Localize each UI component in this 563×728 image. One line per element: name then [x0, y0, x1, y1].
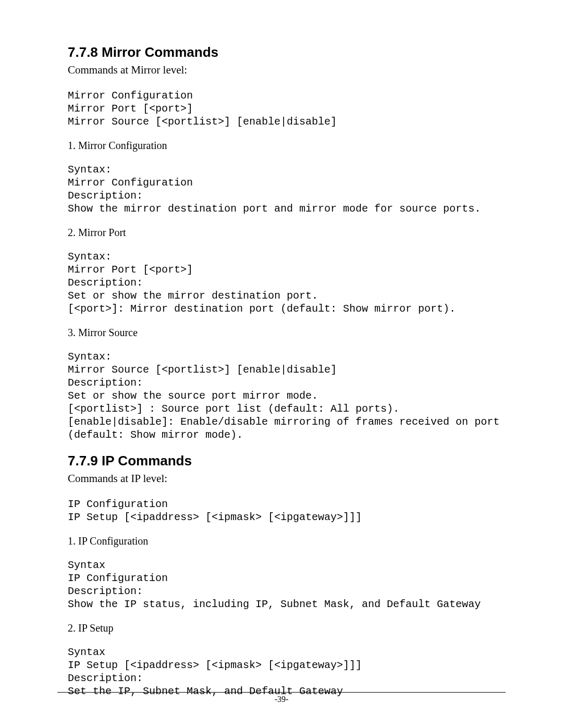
command-list-778: Mirror Configuration Mirror Port [<port>… [68, 89, 495, 128]
page-footer: -39- [57, 692, 506, 704]
page-number: -39- [57, 695, 506, 704]
sub-heading-779-2: 2. IP Setup [68, 622, 495, 634]
command-list-779: IP Configuration IP Setup [<ipaddress> [… [68, 498, 495, 524]
document-page: 7.7.8 Mirror Commands Commands at Mirror… [0, 0, 563, 728]
code-block-778-3: Syntax: Mirror Source [<portlist>] [enab… [68, 350, 495, 441]
section-heading-779: 7.7.9 IP Commands [68, 453, 495, 469]
code-block-779-1: Syntax IP Configuration Description: Sho… [68, 559, 495, 611]
code-block-779-2: Syntax IP Setup [<ipaddress> [<ipmask> [… [68, 646, 495, 698]
sub-heading-778-1: 1. Mirror Configuration [68, 140, 495, 152]
code-block-778-2: Syntax: Mirror Port [<port>] Description… [68, 250, 495, 315]
section-heading-778: 7.7.8 Mirror Commands [68, 44, 495, 60]
code-block-778-1: Syntax: Mirror Configuration Description… [68, 163, 495, 215]
footer-rule [57, 692, 506, 693]
sub-heading-778-2: 2. Mirror Port [68, 227, 495, 239]
intro-text-779: Commands at IP level: [68, 472, 495, 485]
intro-text-778: Commands at Mirror level: [68, 64, 495, 77]
sub-heading-778-3: 3. Mirror Source [68, 327, 495, 339]
sub-heading-779-1: 1. IP Configuration [68, 535, 495, 547]
